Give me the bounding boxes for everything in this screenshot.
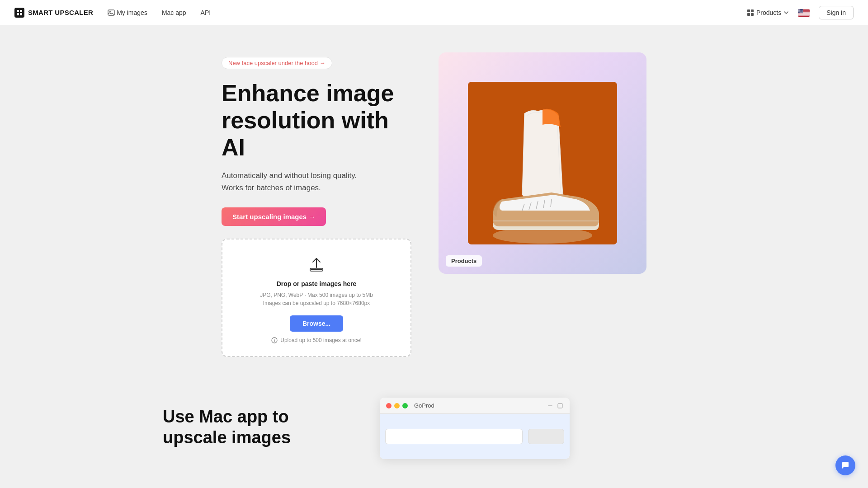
hero-left: New face upscaler under the hood → Enhan… [222, 52, 411, 357]
mac-app-preview: GoProd [380, 398, 570, 459]
svg-point-32 [801, 11, 802, 11]
svg-point-25 [802, 9, 803, 10]
nav-api[interactable]: API [201, 9, 211, 16]
nav-mac-app[interactable]: Mac app [162, 9, 186, 16]
image-icon [108, 9, 115, 16]
svg-point-21 [802, 9, 802, 9]
svg-point-27 [799, 10, 800, 11]
announcement-banner[interactable]: New face upscaler under the hood → [222, 57, 332, 69]
svg-point-41 [802, 12, 803, 12]
info-icon [271, 337, 278, 343]
chat-icon [841, 461, 850, 470]
svg-point-29 [802, 10, 802, 11]
upload-limit: Upload up to 500 images at once! [271, 337, 361, 343]
svg-rect-14 [798, 13, 810, 14]
svg-point-18 [798, 9, 799, 9]
page-wrapper: SMART UPSCALER My images Mac app API [0, 0, 868, 488]
svg-rect-16 [798, 15, 810, 16]
hero-description: Automatically and without losing quality… [222, 170, 411, 194]
svg-rect-1 [20, 10, 22, 12]
svg-point-26 [798, 10, 799, 11]
signin-button[interactable]: Sign in [819, 6, 854, 19]
svg-point-5 [109, 11, 111, 12]
svg-point-34 [798, 11, 799, 12]
hero-right: Products [439, 52, 646, 274]
logo[interactable]: SMART UPSCALER [14, 8, 93, 18]
svg-rect-3 [20, 13, 22, 15]
svg-point-23 [800, 9, 801, 10]
start-upscaling-button[interactable]: Start upscaling images → [222, 207, 326, 226]
svg-point-20 [801, 9, 801, 9]
svg-rect-56 [558, 404, 562, 408]
svg-rect-15 [798, 14, 810, 14]
sneaker-image [468, 82, 617, 244]
svg-rect-6 [747, 9, 750, 12]
svg-point-30 [799, 11, 799, 11]
navbar: SMART UPSCALER My images Mac app API [0, 0, 868, 25]
svg-point-31 [800, 11, 801, 11]
svg-point-28 [801, 10, 801, 11]
mac-titlebar: GoProd [380, 398, 570, 414]
svg-rect-4 [108, 10, 114, 15]
svg-point-22 [799, 9, 799, 10]
mac-secondary-bar [528, 429, 564, 444]
svg-point-36 [801, 11, 801, 12]
svg-point-39 [800, 12, 801, 12]
svg-point-24 [801, 9, 802, 10]
svg-rect-9 [751, 13, 754, 16]
upload-subtitle: JPG, PNG, WebP · Max 500 images up to 5M… [260, 291, 373, 307]
grid-icon [747, 9, 754, 16]
bottom-heading: Use Mac app to upscale images [163, 407, 353, 448]
svg-point-45 [802, 12, 802, 13]
svg-point-33 [802, 11, 803, 11]
browse-button[interactable]: Browse... [290, 315, 343, 332]
nav-my-images[interactable]: My images [108, 9, 147, 16]
traffic-light-green [402, 403, 408, 408]
mac-input-bar[interactable] [385, 429, 523, 444]
svg-point-40 [801, 12, 802, 12]
svg-point-38 [799, 12, 799, 12]
svg-rect-8 [747, 13, 750, 16]
hero-headline: Enhance image resolution with AI [222, 80, 411, 161]
traffic-light-yellow [394, 403, 400, 408]
product-image-card: Products [439, 52, 646, 274]
svg-point-43 [799, 12, 800, 13]
svg-point-44 [801, 12, 801, 13]
chevron-down-icon [783, 10, 789, 15]
svg-point-19 [799, 9, 800, 9]
bottom-section: Use Mac app to upscale images GoProd [163, 380, 705, 468]
mac-control-icon1 [547, 403, 553, 409]
logo-icon [14, 8, 24, 18]
upload-title: Drop or paste images here [277, 280, 357, 287]
svg-point-37 [802, 11, 802, 12]
svg-point-49 [274, 339, 275, 339]
upload-icon [307, 256, 326, 274]
mac-control-icon2 [557, 403, 563, 409]
mac-preview-area: GoProd [380, 398, 588, 459]
language-flag[interactable] [798, 8, 810, 16]
products-dropdown[interactable]: Products [747, 9, 789, 16]
mac-window-title: GoProd [414, 402, 434, 409]
svg-rect-2 [17, 13, 19, 15]
svg-rect-7 [751, 9, 754, 12]
upload-dropzone[interactable]: Drop or paste images here JPG, PNG, WebP… [222, 239, 411, 357]
chat-button[interactable] [835, 455, 855, 475]
traffic-light-red [386, 403, 392, 408]
hero-section: New face upscaler under the hood → Enhan… [163, 25, 705, 380]
bottom-text: Use Mac app to upscale images [163, 398, 353, 448]
logo-text: SMART UPSCALER [28, 9, 93, 16]
svg-point-35 [799, 11, 800, 12]
mac-app-body [380, 414, 570, 459]
svg-point-42 [798, 12, 799, 13]
svg-rect-0 [17, 10, 19, 12]
products-tag: Products [446, 255, 482, 267]
